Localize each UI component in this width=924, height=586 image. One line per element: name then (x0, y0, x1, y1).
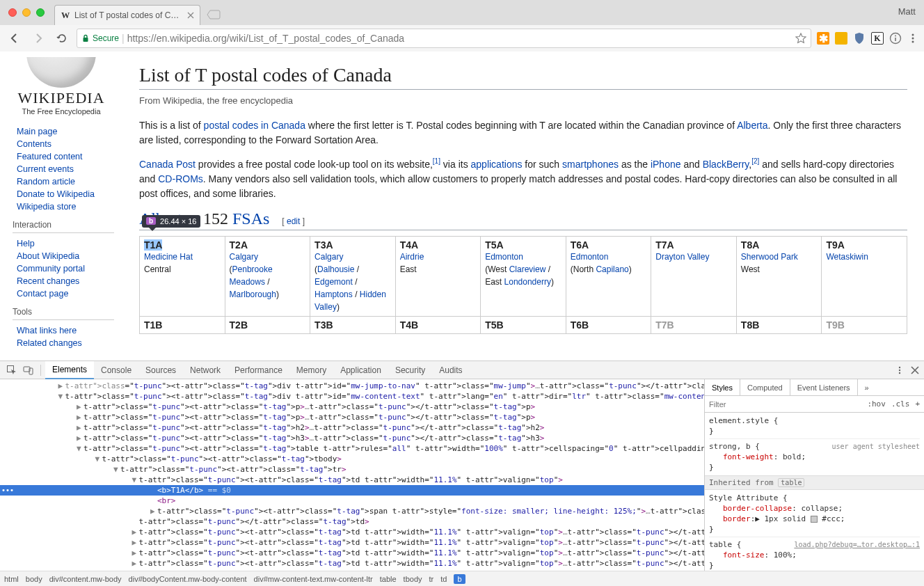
extension-yellow-icon[interactable] (835, 32, 847, 45)
link-smartphones[interactable]: smartphones (562, 159, 619, 170)
forward-button[interactable] (29, 29, 47, 47)
city-link[interactable]: Calgary (314, 252, 343, 262)
neighbourhood-link[interactable]: Marlborough (230, 290, 276, 299)
sidebar-interaction-link[interactable]: Recent changes (17, 276, 79, 286)
extension-info-icon[interactable] (889, 32, 902, 45)
link-applications[interactable]: applications (471, 159, 523, 170)
color-swatch[interactable] (811, 516, 818, 523)
dom-tree-line[interactable]: ▶t-attr">class="t-punc"><t-attr">class="… (0, 537, 704, 548)
devtools-tab-memory[interactable]: Memory (289, 361, 333, 379)
dom-breadcrumbs[interactable]: htmlbodydiv#content.mw-bodydiv#bodyConte… (0, 571, 924, 586)
breadcrumb-item[interactable]: td (440, 575, 447, 583)
rule-source-link[interactable]: load.php?debug=…tor.desktop…:1 (794, 539, 920, 550)
close-tab-icon[interactable] (187, 12, 194, 19)
neighbourhood-link[interactable]: Hamptons (314, 290, 353, 299)
sidebar-interaction-link[interactable]: Community portal (17, 264, 85, 274)
dom-tree-line[interactable]: ▼t-attr">class="t-punc"><t-attr">class="… (0, 454, 704, 464)
edit-link[interactable]: edit (287, 216, 300, 226)
breadcrumb-item[interactable]: table (380, 575, 397, 583)
back-button[interactable] (6, 29, 24, 47)
sidebar-main-link[interactable]: Random article (17, 177, 75, 187)
dom-tree-line[interactable]: ▶t-attr">class="t-punc"><t-attr">class="… (0, 402, 704, 412)
extension-k-icon[interactable]: K (871, 32, 884, 45)
dom-tree-line[interactable]: ▼t-attr">class="t-punc"><t-attr">class="… (0, 475, 704, 485)
link-blackberry[interactable]: BlackBerry (703, 159, 749, 170)
ref-1[interactable]: [1] (433, 157, 440, 165)
breadcrumb-item[interactable]: html (4, 575, 19, 583)
neighbourhood-link[interactable]: Dalhousie (317, 264, 354, 274)
link-alberta[interactable]: Alberta (737, 120, 767, 131)
add-rule-button[interactable]: + (915, 399, 920, 409)
inspect-element-button[interactable] (4, 363, 19, 378)
wiki-logo[interactable]: WIKIPEDIA The Free Encyclopedia (0, 57, 122, 121)
dom-tree-line[interactable]: t-attr">class="t-punc"></t-attr">class="… (0, 516, 704, 527)
dom-tree-line[interactable]: <br> (0, 496, 704, 506)
address-bar[interactable]: Secure | https://en.wikipedia.org/wiki/L… (77, 29, 811, 48)
sidebar-tools-link[interactable]: What links here (17, 326, 77, 335)
minimize-window-button[interactable] (22, 8, 31, 17)
dom-tree-line[interactable]: ▶t-attr">class="t-punc"><t-attr">class="… (0, 527, 704, 537)
dom-tree-line[interactable]: ▶t-attr">class="t-punc"><t-attr">class="… (0, 506, 704, 516)
breadcrumb-item[interactable]: div#content.mw-body (49, 575, 122, 583)
maximize-window-button[interactable] (36, 8, 45, 17)
new-tab-button[interactable] (206, 7, 221, 22)
city-link[interactable]: Medicine Hat (144, 252, 193, 262)
dom-tree-line[interactable]: ▶t-attr">class="t-punc"><t-attr">class="… (0, 548, 704, 558)
dom-tree-line[interactable]: ••• <b>T1A</b> == $0 (0, 485, 704, 496)
city-link[interactable]: Drayton Valley (655, 252, 709, 262)
sidebar-main-link[interactable]: Contents (17, 139, 51, 149)
neighbourhood-link[interactable]: Clareview (509, 264, 546, 274)
link-fsas[interactable]: FSAs (232, 209, 269, 228)
secure-indicator[interactable]: Secure (81, 33, 119, 43)
link-cdroms[interactable]: CD-ROMs (158, 173, 203, 184)
menu-icon[interactable] (907, 33, 918, 44)
extension-shield-icon[interactable] (853, 32, 866, 45)
styles-filter-input[interactable] (709, 400, 861, 409)
link-iphone[interactable]: iPhone (651, 159, 681, 170)
dom-tree-line[interactable]: ▼t-attr">class="t-punc"><t-attr">class="… (0, 443, 704, 454)
breadcrumb-item[interactable]: div#bodyContent.mw-body-content (129, 575, 247, 583)
styles-tab-more[interactable]: » (858, 379, 876, 395)
devtools-tab-elements[interactable]: Elements (45, 361, 94, 379)
city-link[interactable]: Sherwood Park (741, 252, 798, 262)
styles-tab-listeners[interactable]: Event Listeners (790, 379, 858, 395)
dom-tree-line[interactable]: ▶t-attr">class="t-punc"><t-attr">class="… (0, 412, 704, 422)
devtools-tab-audits[interactable]: Audits (432, 361, 469, 379)
sidebar-main-link[interactable]: Wikipedia store (17, 202, 76, 212)
dom-tree-line[interactable]: ▶t-attr">class="t-punc"><t-attr">class="… (0, 381, 704, 391)
devtools-tab-application[interactable]: Application (333, 361, 388, 379)
sidebar-interaction-link[interactable]: About Wikipedia (17, 251, 79, 261)
dom-tree-line[interactable]: ▼t-attr">class="t-punc"><t-attr">class="… (0, 391, 704, 402)
device-mode-button[interactable] (21, 363, 36, 378)
devtools-tab-security[interactable]: Security (388, 361, 432, 379)
dom-tree-line[interactable]: ▼t-attr">class="t-punc"><t-attr">class="… (0, 464, 704, 475)
devtools-tab-network[interactable]: Network (183, 361, 228, 379)
city-link[interactable]: Airdrie (400, 252, 424, 262)
dom-tree-line[interactable]: ▶t-attr">class="t-punc"><t-attr">class="… (0, 422, 704, 433)
star-icon[interactable] (795, 33, 806, 44)
profile-label[interactable]: Matt (898, 6, 916, 17)
dom-tree-line[interactable]: ▶t-attr">class="t-punc"><t-attr">class="… (0, 558, 704, 569)
close-window-button[interactable] (8, 8, 17, 17)
sidebar-main-link[interactable]: Featured content (17, 152, 83, 161)
cls-toggle[interactable]: .cls (891, 399, 910, 409)
devtools-close-icon[interactable] (910, 365, 920, 375)
devtools-tab-performance[interactable]: Performance (228, 361, 289, 379)
dom-tree[interactable]: ▶t-attr">class="t-punc"><t-attr">class="… (0, 379, 704, 571)
ref-2[interactable]: [2] (751, 157, 759, 165)
neighbourhood-link[interactable]: Edgemont (314, 277, 353, 287)
breadcrumb-item[interactable]: body (26, 575, 42, 583)
city-link[interactable]: Edmonton (485, 252, 523, 262)
sidebar-main-link[interactable]: Current events (17, 164, 74, 174)
city-link[interactable]: Wetaskiwin (826, 252, 868, 262)
neighbourhood-link[interactable]: Penbrooke Meadows (230, 264, 273, 287)
dom-tree-line[interactable]: ▶t-attr">class="t-punc"><t-attr">class="… (0, 433, 704, 443)
styles-tab-styles[interactable]: Styles (705, 379, 740, 395)
breadcrumb-item[interactable]: tr (429, 575, 434, 583)
link-postal-codes[interactable]: postal codes in Canada (204, 120, 305, 131)
devtools-tab-sources[interactable]: Sources (138, 361, 183, 379)
styles-tab-computed[interactable]: Computed (740, 379, 790, 395)
breadcrumb-item[interactable]: div#mw-content-text.mw-content-ltr (254, 575, 373, 583)
sidebar-interaction-link[interactable]: Help (17, 239, 35, 248)
hov-toggle[interactable]: :hov (867, 399, 886, 409)
